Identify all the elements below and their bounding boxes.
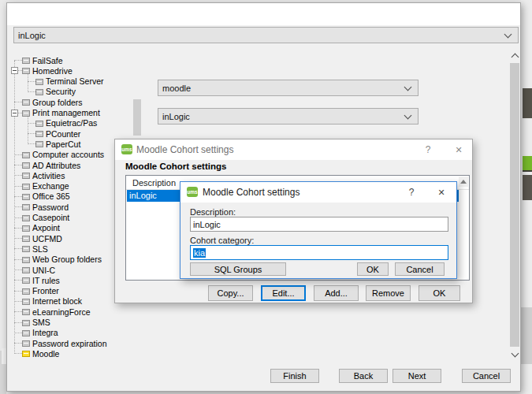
next-button[interactable]: Next <box>392 369 441 383</box>
tree-item-security[interactable]: Security <box>0 87 132 97</box>
finish-button[interactable]: Finish <box>270 369 319 383</box>
tree-item-icon <box>22 173 30 179</box>
add-button[interactable]: Add... <box>314 285 359 301</box>
tree-connector <box>14 228 22 229</box>
desktop: { "colors": { "selection_blue": "#0078d7… <box>0 0 532 394</box>
tree-item-icon <box>22 267 30 273</box>
tree-connector <box>14 322 22 323</box>
tree-item-pcounter[interactable]: PCounter <box>0 128 132 139</box>
template-select[interactable]: inLogic <box>13 27 519 43</box>
chevron-down-icon <box>404 83 412 91</box>
cohort-edit-dialog: ums Moodle Cohort settings ? ✕ Descripti… <box>180 181 457 279</box>
description-field[interactable]: inLogic <box>190 217 448 232</box>
tree-connector <box>28 81 35 82</box>
tree-item-group-folders[interactable]: Group folders <box>0 97 132 107</box>
tree-item-office-365[interactable]: Office 365 <box>0 191 132 202</box>
back-button[interactable]: Back <box>339 369 388 383</box>
tree-item-label: Fronter <box>32 286 59 296</box>
expand-toggle-icon[interactable] <box>11 110 18 117</box>
edit-button[interactable]: Edit... <box>261 285 306 301</box>
setting-select[interactable]: moodle <box>158 80 419 96</box>
tree-item-activities[interactable]: Activities <box>0 170 132 180</box>
cohort-category-label: Cohort category: <box>190 236 254 245</box>
tree-item-icon <box>35 131 43 137</box>
tree-connector <box>14 248 22 249</box>
tree-item-sms[interactable]: SMS <box>0 318 132 328</box>
main-scroll-down[interactable] <box>510 348 519 358</box>
tree-connector <box>14 217 22 218</box>
tree-item-label: Security <box>46 87 76 97</box>
main-scroll-up[interactable] <box>510 52 519 61</box>
tree-item-computer-accounts[interactable]: Computer accounts <box>0 150 132 160</box>
cancel-button[interactable]: Cancel <box>462 369 511 383</box>
tree-item-axpoint[interactable]: Axpoint <box>0 223 132 233</box>
tree-item-icon <box>22 215 30 221</box>
close-icon[interactable]: ✕ <box>450 143 467 157</box>
list-scroll-up[interactable] <box>459 177 468 187</box>
tree-connector <box>14 301 22 302</box>
tree-item-equietrac-pas[interactable]: Equietrac/Pas <box>0 118 132 128</box>
tree-item-moodle[interactable]: Moodle <box>0 348 132 359</box>
sql-groups-button[interactable]: SQL Groups <box>190 262 286 276</box>
tree-connector <box>28 123 35 124</box>
copy-button[interactable]: Copy... <box>208 285 253 301</box>
tree-item-icon <box>22 110 30 117</box>
help-button[interactable]: ? <box>403 185 420 199</box>
main-scrollbar-thumb[interactable] <box>510 63 519 347</box>
cancel-button[interactable]: Cancel <box>395 262 445 276</box>
template-tree: FailSafeHomedriveTerminal ServerSecurity… <box>0 50 132 362</box>
tree-item-homedrive[interactable]: Homedrive <box>0 65 132 76</box>
tree-item-password-expiration[interactable]: Password expiration <box>0 338 132 348</box>
expand-toggle-icon[interactable] <box>11 67 18 74</box>
tree-item-terminal-server[interactable]: Terminal Server <box>0 76 132 87</box>
tree-item-label: Activities <box>32 171 65 181</box>
tree-item-internet-block[interactable]: Internet block <box>0 296 132 307</box>
cohort-category-field[interactable]: kia <box>190 245 448 260</box>
tree-item-label: Print management <box>32 108 100 118</box>
template-editor-titlebar <box>7 3 520 25</box>
tree-item-sls[interactable]: SLS <box>0 243 132 254</box>
chevron-down-icon <box>504 30 512 38</box>
tree-item-label: Password expiration <box>32 339 107 349</box>
tree-item-label: Group folders <box>32 98 83 108</box>
close-icon[interactable]: ✕ <box>433 185 450 199</box>
tree-item-uni-c[interactable]: UNI-C <box>0 265 132 275</box>
ok-button[interactable]: OK <box>419 285 460 301</box>
tree-item-icon <box>22 236 30 242</box>
tree-item-ad-attributes[interactable]: AD Attributes <box>0 160 132 170</box>
remove-button[interactable]: Remove <box>366 285 411 301</box>
tree-item-label: Moodle <box>32 349 59 359</box>
tree-item-icon <box>22 225 30 232</box>
cohort-category-field-value: kia <box>193 248 206 258</box>
tree-item-fronter[interactable]: Fronter <box>0 286 132 296</box>
tree-item-integra[interactable]: Integra <box>0 328 132 338</box>
tree-item-print-management[interactable]: Print management <box>0 108 132 118</box>
description-field-value: inLogic <box>193 220 221 229</box>
tree-item-it-rules[interactable]: IT rules <box>0 275 132 285</box>
tree-item-label: Integra <box>32 328 58 338</box>
tree-item-icon <box>22 162 30 169</box>
tree-item-password[interactable]: Password <box>0 202 132 212</box>
tree-item-papercut[interactable]: PaperCut <box>0 139 132 149</box>
ok-button[interactable]: OK <box>357 262 389 276</box>
tree-connector <box>14 311 22 312</box>
tree-item-label: Homedrive <box>32 66 73 76</box>
tree-item-icon-active <box>22 351 30 357</box>
tree-item-icon <box>22 309 30 315</box>
tree-item-casepoint[interactable]: Casepoint <box>0 213 132 223</box>
help-button[interactable]: ? <box>419 143 437 157</box>
cohort-select-value: inLogic <box>162 112 190 121</box>
tree-item-exchange[interactable]: Exchange <box>0 181 132 191</box>
tree-item-elearningforce[interactable]: eLearningForce <box>0 307 132 317</box>
panel-scrollbar-thumb[interactable] <box>133 99 141 136</box>
tree-item-ucfmd[interactable]: UCFMD <box>0 233 132 243</box>
tree-connector <box>14 353 22 354</box>
cohort-select[interactable]: inLogic <box>158 108 419 125</box>
tree-item-icon <box>22 204 30 210</box>
tree-item-failsafe[interactable]: FailSafe <box>0 55 132 65</box>
tree-item-label: Exchange <box>32 181 69 191</box>
tree-item-icon <box>22 299 30 305</box>
cohort-dialog-title: Moodle Cohort settings <box>136 144 233 155</box>
tree-connector <box>14 196 22 197</box>
tree-item-web-group-folders[interactable]: Web Group folders <box>0 255 132 265</box>
